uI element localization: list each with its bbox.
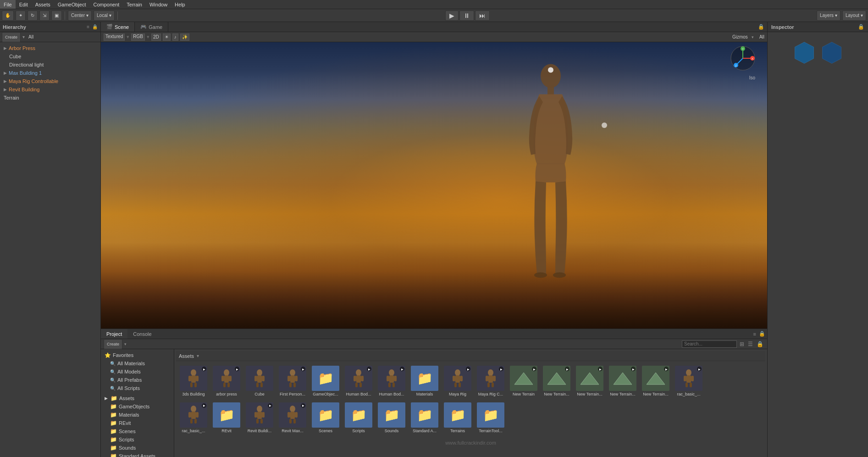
rotate-tool-button[interactable]: ↻ xyxy=(28,11,38,21)
scene-lock-icon[interactable]: 🔒 xyxy=(758,24,767,30)
menu-window[interactable]: Window xyxy=(146,0,171,9)
sidebar-all-prefabs[interactable]: 🔍 All Prefabs xyxy=(101,376,174,384)
sidebar-assets[interactable]: ▶ 📁 Assets xyxy=(101,394,174,402)
hand-tool-button[interactable]: ✋ xyxy=(2,11,14,21)
play-indicator xyxy=(367,367,371,371)
asset-item-newterrain...[interactable]: New Terrain... xyxy=(607,365,638,398)
light-button[interactable]: ☀ xyxy=(163,33,171,41)
svg-rect-34 xyxy=(290,375,295,383)
hierarchy-content: ▶ Arbor Press Cube Directional light ▶ M… xyxy=(0,42,100,457)
hierarchy-item-maxbuilding[interactable]: ▶ Max Building 1 xyxy=(0,69,100,77)
asset-item-cube[interactable]: Cube xyxy=(244,365,275,398)
folder-thumb-icon: 📁 xyxy=(345,402,372,428)
sidebar-favorites[interactable]: ⭐ Favorites xyxy=(101,351,174,359)
menu-edit[interactable]: Edit xyxy=(16,0,32,9)
svg-rect-53 xyxy=(453,376,455,381)
scene-viewport[interactable]: Y X Z Iso xyxy=(101,42,767,329)
tab-game[interactable]: 🎮 Game xyxy=(135,22,168,32)
2d-button[interactable]: 2D xyxy=(151,33,161,41)
asset-item-standarda...[interactable]: 📁 Standard A... xyxy=(409,401,440,435)
asset-thumbnail: 📁 xyxy=(345,402,372,428)
layers-button[interactable]: Layers ▾ xyxy=(817,11,840,21)
sidebar-materials[interactable]: 📁 Materials xyxy=(101,411,174,419)
asset-thumbnail xyxy=(279,402,306,428)
menu-file[interactable]: File xyxy=(0,0,16,9)
asset-item-newterrain...[interactable]: New Terrain... xyxy=(541,365,572,398)
sidebar-scripts[interactable]: 📁 Scripts xyxy=(101,435,174,444)
local-button[interactable]: Local ▾ xyxy=(94,11,115,21)
hierarchy-item-arborpress[interactable]: ▶ Arbor Press xyxy=(0,44,100,52)
asset-item-terrains[interactable]: 📁 Terrains xyxy=(442,401,473,435)
asset-item-revitmax...[interactable]: Revit Max... xyxy=(277,401,308,435)
asset-item-newterrain...[interactable]: New Terrain... xyxy=(640,365,671,398)
asset-item-sounds[interactable]: 📁 Sounds xyxy=(376,401,407,435)
asset-item-scripts[interactable]: 📁 Scripts xyxy=(343,401,374,435)
hierarchy-item-cube[interactable]: Cube xyxy=(0,52,100,61)
menu-terrain[interactable]: Terrain xyxy=(123,0,146,9)
project-create-button[interactable]: Create xyxy=(104,339,122,349)
rect-tool-button[interactable]: ▣ xyxy=(51,11,62,21)
menu-help[interactable]: Help xyxy=(171,0,189,9)
center-button[interactable]: Center ▾ xyxy=(68,11,92,21)
asset-item-humanbod...[interactable]: Human Bod... xyxy=(376,365,407,398)
asset-label: REvit xyxy=(221,429,232,434)
asset-item-mayarig[interactable]: Maya Rig xyxy=(442,365,473,398)
tab-scene[interactable]: 🎬 Scene xyxy=(101,22,135,32)
asset-item-newterrain[interactable]: New Terrain xyxy=(508,365,539,398)
svg-rect-20 xyxy=(194,383,197,387)
hierarchy-item-mayarig[interactable]: ▶ Maya Rig Controllable xyxy=(0,77,100,85)
menu-assets[interactable]: Assets xyxy=(32,0,54,9)
asset-item-gameobjec...[interactable]: 📁 GameObjec... xyxy=(310,365,341,398)
column-view-icon[interactable]: ⊞ xyxy=(739,341,745,347)
tab-project[interactable]: Project xyxy=(101,329,127,339)
menu-component[interactable]: Component xyxy=(89,0,123,9)
sidebar-all-scripts[interactable]: 🔍 All Scripts xyxy=(101,384,174,392)
sidebar-sounds[interactable]: 📁 Sounds xyxy=(101,444,174,452)
asset-label: New Terrain... xyxy=(544,392,569,397)
hierarchy-item-revitbuilding[interactable]: ▶ Revit Building xyxy=(0,85,100,94)
hierarchy-item-dirlight[interactable]: Directional light xyxy=(0,61,100,69)
pause-button[interactable]: ⏸ xyxy=(459,11,474,21)
asset-item-terraintool...[interactable]: 📁 TerrainTool... xyxy=(475,401,506,435)
effects-button[interactable]: ✨ xyxy=(180,33,189,41)
step-button[interactable]: ⏭ xyxy=(475,11,490,21)
sidebar-all-materials[interactable]: 🔍 All Materials xyxy=(101,359,174,368)
svg-text:Z: Z xyxy=(735,64,737,67)
asset-item-mayarigc...[interactable]: Maya Rig C... xyxy=(475,365,506,398)
asset-item-rac_basic_...[interactable]: rac_basic_... xyxy=(673,365,704,398)
sidebar-revit[interactable]: 📁 REvit xyxy=(101,419,174,427)
asset-item-firstperson...[interactable]: First Person... xyxy=(277,365,308,398)
asset-item-revit[interactable]: 📁 REvit xyxy=(211,401,242,435)
lock-icon[interactable]: 🔒 xyxy=(756,341,764,347)
asset-item-materials[interactable]: 📁 Materials xyxy=(409,365,440,398)
asset-item-humanbod...[interactable]: Human Bod... xyxy=(343,365,374,398)
rgb-select[interactable]: RGB xyxy=(131,33,145,41)
asset-item-scenes[interactable]: 📁 Scenes xyxy=(310,401,341,435)
asset-item-rac_basic_...[interactable]: rac_basic_... xyxy=(178,401,209,435)
audio-button[interactable]: ♪ xyxy=(172,33,178,41)
tab-console[interactable]: Console xyxy=(127,329,157,339)
hierarchy-create-button[interactable]: Create xyxy=(2,32,21,42)
layout-button[interactable]: Layout ▾ xyxy=(842,11,866,21)
hierarchy-item-terrain[interactable]: Terrain xyxy=(0,94,100,102)
asset-item-revitbuildi...[interactable]: Revit Buildi... xyxy=(244,401,275,435)
project-search-input[interactable] xyxy=(682,340,737,348)
sidebar-gameobjects[interactable]: 📁 GameObjects xyxy=(101,402,174,411)
asset-item-3dsbuilding[interactable]: 3ds Building xyxy=(178,365,209,398)
menu-gameobject[interactable]: GameObject xyxy=(54,0,90,9)
sidebar-standard-assets[interactable]: 📁 Standard Assets xyxy=(101,452,174,457)
move-tool-button[interactable]: ✦ xyxy=(16,11,26,21)
svg-rect-84 xyxy=(256,419,259,424)
sidebar-scenes[interactable]: 📁 Scenes xyxy=(101,427,174,435)
folder-icon2: 📁 xyxy=(110,403,117,410)
play-button[interactable]: ▶ xyxy=(445,11,459,21)
asset-item-arborpress[interactable]: arbor press xyxy=(211,365,242,398)
asset-item-newterrain...[interactable]: New Terrain... xyxy=(574,365,605,398)
svg-point-74 xyxy=(191,406,196,412)
textured-select[interactable]: Textured xyxy=(104,33,125,41)
list-view-icon[interactable]: ☰ xyxy=(747,341,754,347)
folder-icon3: 📁 xyxy=(110,412,117,418)
arrow-icon4: ▶ xyxy=(4,87,7,92)
scale-tool-button[interactable]: ⇲ xyxy=(39,11,50,21)
sidebar-all-models[interactable]: 🔍 All Models xyxy=(101,368,174,376)
